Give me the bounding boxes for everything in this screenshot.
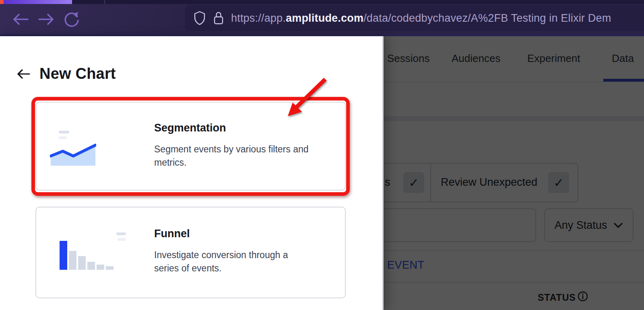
icon-dash xyxy=(116,232,126,235)
browser-forward-button[interactable] xyxy=(37,12,56,27)
icon-dash xyxy=(59,136,66,139)
chart-type-card-segmentation[interactable]: Segmentation Segment events by various f… xyxy=(35,102,346,191)
reload-icon xyxy=(63,10,80,28)
url-domain: amplitude.com xyxy=(286,12,363,24)
url-prefix: https://app. xyxy=(231,12,286,24)
screen: https://app.amplitude.com/data/codedbych… xyxy=(0,0,644,310)
back-arrow-icon xyxy=(16,68,31,80)
browser-toolbar: https://app.amplitude.com/data/codedbych… xyxy=(0,4,644,34)
back-button[interactable] xyxy=(16,68,31,80)
icon-dash xyxy=(118,238,126,241)
tab-separator xyxy=(104,0,105,4)
funnel-bar xyxy=(106,266,114,270)
browser-reload-button[interactable] xyxy=(62,12,81,27)
chart-type-card-funnel[interactable]: Funnel Investigate conversion through a … xyxy=(35,207,346,298)
icon-dash xyxy=(59,131,69,133)
funnel-bar xyxy=(69,251,76,270)
panel-header: New Chart xyxy=(16,65,116,82)
tab-strip-red-segment xyxy=(0,0,4,4)
shield-icon[interactable] xyxy=(193,10,206,26)
card-description: Investigate conversion through a series … xyxy=(154,248,315,275)
page-title: New Chart xyxy=(39,65,116,82)
lock-icon[interactable] xyxy=(213,10,225,26)
new-chart-panel: New Chart Segmentation Segment events by… xyxy=(0,36,384,310)
browser-tab-strip xyxy=(0,0,644,4)
funnel-bars-icon xyxy=(60,241,114,270)
card-title: Funnel xyxy=(154,228,190,240)
segmentation-line-chart-icon xyxy=(50,142,96,167)
active-tab-accent xyxy=(4,0,72,4)
card-description: Segment events by various filters and me… xyxy=(154,143,333,169)
funnel-bar xyxy=(78,256,86,270)
back-arrow-icon xyxy=(11,13,29,26)
url-bar[interactable]: https://app.amplitude.com/data/codedbych… xyxy=(185,5,644,31)
card-title: Segmentation xyxy=(154,122,226,134)
modal-backdrop[interactable] xyxy=(382,36,644,310)
forward-arrow-icon xyxy=(37,13,56,26)
funnel-bar xyxy=(87,262,95,270)
funnel-bar xyxy=(97,265,104,270)
funnel-bar xyxy=(60,241,67,270)
url-text[interactable]: https://app.amplitude.com/data/codedbych… xyxy=(231,12,611,25)
browser-back-button[interactable] xyxy=(10,12,30,27)
url-path: /data/codedbychavez/A%2FB Testing in Eli… xyxy=(363,12,611,24)
